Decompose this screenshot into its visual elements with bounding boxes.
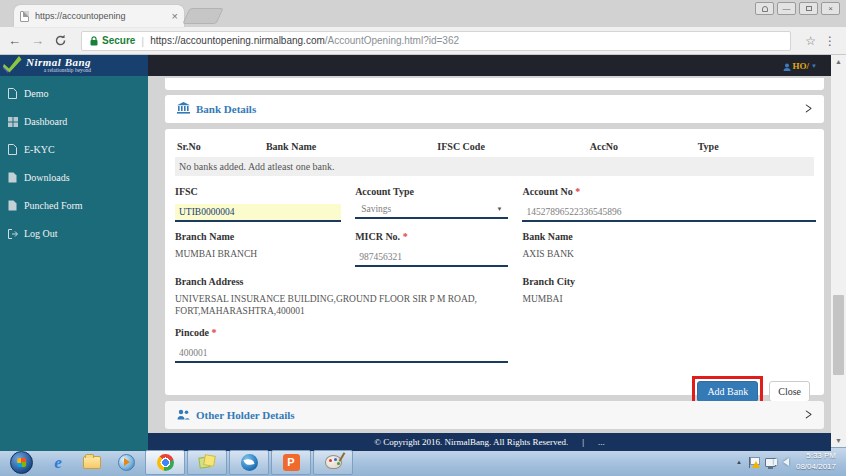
sidebar-item-label: Log Out xyxy=(24,228,58,239)
label-text: Pincode xyxy=(175,327,209,338)
paint-taskbar-button[interactable] xyxy=(313,450,353,475)
action-center-flag-icon[interactable] xyxy=(749,457,758,468)
scroll-up-icon[interactable]: ▲ xyxy=(831,55,846,68)
secure-label: Secure xyxy=(102,35,135,46)
bank-name-label: Bank Name xyxy=(522,231,816,242)
sidebar-item-downloads[interactable]: Downloads xyxy=(8,172,148,183)
tab-favicon-page-icon xyxy=(20,11,29,22)
reload-button[interactable] xyxy=(54,34,67,47)
micr-input[interactable] xyxy=(355,249,508,267)
brand-text: Nirmal Bang a relationship beyond xyxy=(26,57,91,74)
sidebar-item-demo[interactable]: Demo xyxy=(8,88,148,99)
taskbar-clock[interactable]: 5:33 PM 08/04/2017 xyxy=(796,451,836,473)
sidebar-item-ekyc[interactable]: E-KYC xyxy=(8,144,148,155)
browser-tab[interactable]: https://accountopening × xyxy=(14,5,184,27)
select-caret-icon: ▼ xyxy=(497,206,503,212)
ifsc-field-group: IFSC xyxy=(175,186,341,222)
restore-button[interactable] xyxy=(799,2,818,15)
column-header: IFSC Code xyxy=(437,141,589,152)
tray-expand-icon[interactable]: ▲ xyxy=(736,459,742,465)
back-button[interactable]: ← xyxy=(8,33,21,48)
internet-explorer-icon[interactable]: e xyxy=(41,449,75,475)
browser-menu-icon[interactable]: ⋮ xyxy=(824,34,836,48)
new-tab-button[interactable] xyxy=(182,8,223,24)
start-button[interactable] xyxy=(10,451,33,474)
scrollbar-thumb[interactable] xyxy=(833,295,844,375)
system-tray: ▲ 5:33 PM 08/04/2017 xyxy=(736,451,842,473)
sidebar-item-dashboard[interactable]: Dashboard xyxy=(8,116,148,127)
url-bar[interactable]: Secure | https://accountopening.nirmalba… xyxy=(81,31,791,51)
account-type-value: Savings xyxy=(361,204,391,214)
sidebar: Demo Dashboard E-KYC Downloads xyxy=(0,76,148,451)
branch-city-label: Branch City xyxy=(522,276,816,287)
chevron-down-icon: ▼ xyxy=(811,63,817,69)
micr-label: MICR No. * xyxy=(355,231,508,242)
p-app-taskbar-button[interactable]: P xyxy=(271,450,311,475)
minimize-button[interactable]: — xyxy=(777,2,796,15)
bank-icon xyxy=(177,102,190,116)
empty-table-message: No banks added. Add atleast one bank. xyxy=(175,157,814,176)
web-page: Nirmal Bang a relationship beyond HO/ ▼ xyxy=(0,55,831,447)
ifsc-label: IFSC xyxy=(175,186,341,197)
brand-logo-block: Nirmal Bang a relationship beyond xyxy=(0,55,148,76)
footer-more: ... xyxy=(598,437,605,447)
branch-name-field-group: Branch Name MUMBAI BRANCH xyxy=(175,231,341,267)
main-content: Bank Details > Sr.No Bank Name IFSC Code… xyxy=(148,76,831,451)
thunderbird-taskbar-button[interactable] xyxy=(229,450,269,475)
window-controls: — × xyxy=(755,2,840,15)
dashboard-icon xyxy=(8,117,19,127)
chrome-taskbar-button[interactable] xyxy=(145,450,185,475)
url-host: https://accountopening.nirmalbang.com xyxy=(150,35,325,46)
volume-icon[interactable] xyxy=(783,458,789,466)
required-asterisk: * xyxy=(575,186,580,197)
previous-panel-edge xyxy=(165,78,824,90)
page-scrollbar[interactable]: ▲ ▼ xyxy=(831,55,846,447)
sidebar-item-label: Punched Form xyxy=(24,200,83,211)
clock-date: 08/04/2017 xyxy=(796,462,836,473)
other-holder-panel-header[interactable]: Other Holder Details > xyxy=(165,401,824,429)
url-text: https://accountopening.nirmalbang.com/Ac… xyxy=(150,35,459,46)
ifsc-input[interactable] xyxy=(175,204,341,222)
branch-address-value: UNIVERSAL INSURANCE BUILDING,GROUND FLOO… xyxy=(175,291,505,318)
account-type-select[interactable]: Savings ▼ xyxy=(355,201,508,219)
other-holder-title: Other Holder Details xyxy=(177,409,295,422)
copyright-text: © Copyright 2016. NirmalBang. All Rights… xyxy=(374,437,568,447)
file-icon xyxy=(8,88,19,99)
person-icon xyxy=(762,6,768,12)
logout-icon xyxy=(8,229,19,239)
branch-city-value: MUMBAI xyxy=(522,291,816,304)
branch-city-field-group: Branch City MUMBAI xyxy=(522,276,816,318)
bank-details-panel-header[interactable]: Bank Details > xyxy=(165,95,824,123)
account-no-input[interactable] xyxy=(522,204,816,222)
sidebar-item-logout[interactable]: Log Out xyxy=(8,228,148,239)
footer-separator: | xyxy=(582,437,584,447)
pincode-input[interactable] xyxy=(175,345,508,363)
browser-viewport: Nirmal Bang a relationship beyond HO/ ▼ xyxy=(0,55,846,447)
windows-flag-icon xyxy=(17,457,26,466)
add-bank-button[interactable]: Add Bank xyxy=(697,381,758,402)
file-icon xyxy=(8,144,19,155)
branch-address-field-group: Branch Address UNIVERSAL INSURANCE BUILD… xyxy=(175,276,508,318)
sticky-notes-taskbar-button[interactable] xyxy=(187,450,227,475)
user-menu[interactable]: HO/ ▼ xyxy=(783,57,817,75)
micr-field-group: MICR No. * xyxy=(355,231,508,267)
media-player-icon[interactable] xyxy=(109,449,143,475)
profile-button[interactable] xyxy=(755,2,774,15)
expand-chevron-icon[interactable]: > xyxy=(805,99,812,120)
expand-chevron-icon[interactable]: > xyxy=(805,405,812,426)
bank-details-panel-body: Sr.No Bank Name IFSC Code AccNo Type No … xyxy=(165,129,824,395)
bookmark-star-icon[interactable]: ☆ xyxy=(805,34,816,48)
tab-close-icon[interactable]: × xyxy=(172,10,178,22)
sidebar-item-punched-form[interactable]: Punched Form xyxy=(8,200,148,211)
sidebar-item-label: Downloads xyxy=(24,172,70,183)
document-icon xyxy=(8,172,19,183)
chrome-icon xyxy=(157,454,174,471)
file-explorer-icon[interactable] xyxy=(75,449,109,475)
label-text: MICR No. xyxy=(355,231,400,242)
scroll-down-icon[interactable]: ▼ xyxy=(831,434,846,447)
close-button[interactable]: × xyxy=(821,2,840,15)
forward-button[interactable]: → xyxy=(31,33,44,48)
close-button[interactable]: Close xyxy=(769,381,810,402)
url-separator: | xyxy=(141,35,144,47)
restore-icon xyxy=(806,6,812,11)
